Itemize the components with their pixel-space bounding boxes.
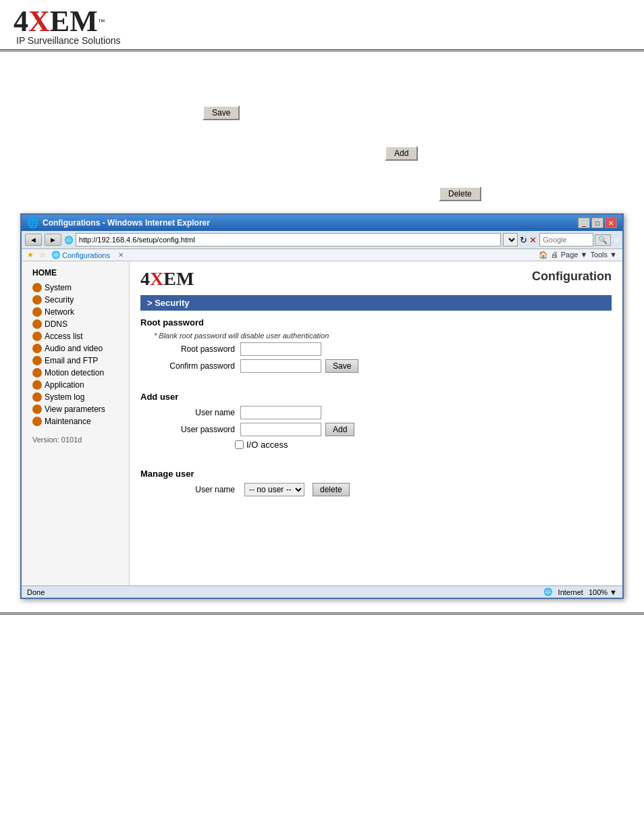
favorites-tab-close[interactable]: ✕ (118, 251, 124, 259)
io-access-label: I/O access (246, 440, 288, 450)
sidebar-item-security[interactable]: Security (22, 294, 129, 306)
address-dropdown[interactable] (503, 233, 518, 246)
manage-user-select[interactable]: -- no user -- (244, 483, 304, 496)
browser-titlebar-buttons: _ □ ✕ (578, 217, 617, 228)
search-input[interactable] (539, 233, 593, 246)
logo-em: EM (50, 7, 98, 36)
sidebar-item-ddns[interactable]: DDNS (22, 318, 129, 330)
user-password-row: User password Add (140, 423, 612, 436)
sidebar-email-icon (32, 356, 42, 365)
manage-user-section-title: Manage user (140, 469, 612, 479)
forward-button[interactable]: ► (45, 234, 61, 246)
save-btn-area: Save (203, 105, 240, 120)
logo-x-mark: X (28, 7, 50, 36)
sidebar-item-audio-video[interactable]: Audio and video (22, 342, 129, 355)
save-password-button[interactable]: Save (325, 359, 358, 373)
close-button[interactable]: ✕ (605, 217, 617, 228)
user-name-row: User name (140, 406, 612, 419)
top-delete-button[interactable]: Delete (439, 186, 481, 201)
add-btn-area: Add (385, 146, 418, 161)
page-footer (0, 613, 644, 653)
sidebar-motion-icon (32, 368, 42, 377)
sidebar-item-access-list[interactable]: Access list (22, 330, 129, 342)
sidebar-item-application[interactable]: Application (22, 379, 129, 391)
minimize-button[interactable]: _ (578, 217, 590, 228)
sidebar-item-email-ftp[interactable]: Email and FTP (22, 355, 129, 367)
fav-toolbar-right: 🏠 🖨 Page ▼ Tools ▼ (539, 251, 617, 259)
page-header: 4 X EM ™ IP Surveillance Solutions (0, 0, 644, 51)
manage-user-name-label: User name (154, 485, 235, 494)
root-password-section-title: Root password (140, 317, 612, 328)
address-input[interactable] (76, 233, 501, 246)
tools-menu[interactable]: Tools ▼ (590, 251, 617, 259)
favorites-bar: ★ ☆ 🌐 Configurations ✕ 🏠 🖨 Page ▼ Tools … (22, 249, 622, 261)
main-content: 4 X EM Configuration > Security Root pas… (130, 261, 622, 585)
user-password-label: User password (154, 425, 235, 434)
sidebar-motion-label: Motion detection (45, 368, 104, 377)
internet-icon: 🌐 (543, 588, 553, 596)
favorites-item-configurations[interactable]: 🌐 Configurations (51, 251, 110, 259)
user-password-input[interactable] (240, 423, 321, 436)
sidebar-item-motion-detection[interactable]: Motion detection (22, 367, 129, 379)
refresh-icon[interactable]: ↻ (520, 235, 527, 245)
io-access-checkbox[interactable] (235, 440, 244, 449)
manage-user-row: User name -- no user -- delete (140, 483, 612, 496)
root-password-info: * Blank root password will disable user … (154, 332, 612, 340)
back-button[interactable]: ◄ (25, 234, 42, 246)
sidebar-view-params-label: View parameters (45, 405, 105, 414)
tagline: IP Surveillance Solutions (14, 35, 630, 46)
sidebar-system-icon (32, 283, 42, 292)
sidebar-access-label: Access list (45, 332, 83, 341)
root-password-input[interactable] (240, 342, 321, 356)
sidebar-item-network[interactable]: Network (22, 306, 129, 318)
confirm-password-input[interactable] (240, 359, 321, 373)
maximize-button[interactable]: □ (591, 217, 603, 228)
content-logo-4: 4 (140, 268, 150, 290)
content-logo: 4 X EM (140, 268, 194, 290)
stop-icon[interactable]: ✕ (529, 235, 537, 245)
pre-browser-area: Save Add Delete (0, 51, 644, 213)
top-add-button[interactable]: Add (385, 146, 418, 161)
sidebar-system-log-icon (32, 392, 42, 402)
add-user-button[interactable]: Add (325, 423, 354, 436)
sidebar-item-view-parameters[interactable]: View parameters (22, 403, 129, 415)
sidebar-item-maintenance[interactable]: Maintenance (22, 415, 129, 427)
page-menu[interactable]: Page ▼ (561, 251, 588, 259)
search-area: 🔍 (539, 233, 611, 246)
sidebar-maintenance-icon (32, 417, 42, 426)
sidebar-email-label: Email and FTP (45, 356, 98, 365)
confirm-password-row: Confirm password Save (140, 359, 612, 373)
sidebar-system-log-label: System log (45, 392, 84, 402)
search-button[interactable]: 🔍 (595, 234, 611, 246)
sidebar-access-icon (32, 332, 42, 341)
address-label: 🌐 (64, 236, 74, 244)
user-name-input[interactable] (240, 406, 321, 419)
top-save-button[interactable]: Save (203, 105, 240, 120)
favorites-item-icon: 🌐 (51, 251, 61, 259)
browser-icon: 🌐 (27, 217, 38, 228)
sidebar-application-label: Application (45, 380, 84, 390)
section-header-text: > Security (147, 298, 190, 308)
config-title: Configuration (532, 269, 612, 284)
sidebar-ddns-icon (32, 319, 42, 329)
section-header: > Security (140, 295, 612, 311)
sidebar-item-system[interactable]: System (22, 282, 129, 294)
io-access-row: I/O access (140, 440, 612, 450)
sidebar-ddns-label: DDNS (45, 319, 68, 329)
sidebar-audio-icon (32, 344, 42, 353)
print-icon[interactable]: 🖨 (551, 251, 558, 259)
statusbar-right: 🌐 Internet 100% ▼ (543, 588, 617, 596)
sidebar-security-label: Security (45, 295, 74, 305)
sidebar-item-home[interactable]: HOME (22, 267, 129, 279)
delete-user-button[interactable]: delete (313, 483, 350, 496)
browser-window: 🌐 Configurations - Windows Internet Expl… (20, 213, 624, 599)
home-label: HOME (32, 268, 57, 278)
more-options-icon[interactable]: » (614, 234, 619, 245)
logo-4: 4 (14, 7, 28, 36)
favorites-add-icon: ☆ (39, 251, 46, 259)
sidebar-item-system-log[interactable]: System log (22, 391, 129, 403)
root-password-row: Root password (140, 342, 612, 356)
home-icon[interactable]: 🏠 (539, 251, 548, 259)
status-zoom: 100% ▼ (589, 588, 617, 596)
sidebar-audio-label: Audio and video (45, 344, 103, 353)
